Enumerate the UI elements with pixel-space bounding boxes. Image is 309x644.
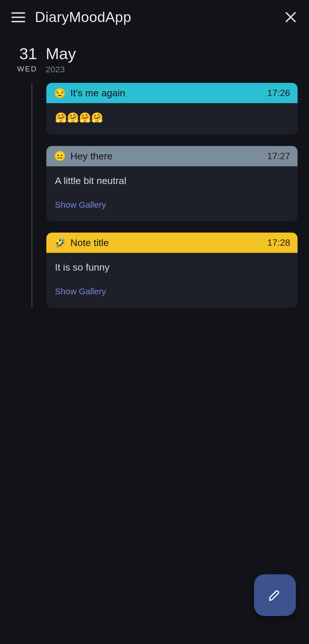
- entry-header: 🤣 Note title 17:28: [46, 233, 298, 253]
- entry-title: It's me again: [70, 87, 263, 99]
- date-month: May: [46, 46, 76, 62]
- pencil-icon: [268, 588, 282, 602]
- close-icon[interactable]: [284, 10, 298, 24]
- diary-entry[interactable]: 😐 Hey there 17:27 A little bit neutral S…: [46, 146, 298, 221]
- mood-emoji-icon: 😒: [54, 88, 66, 98]
- entry-title: Note title: [70, 237, 263, 248]
- entry-time: 17:27: [267, 151, 290, 161]
- entry-header: 😐 Hey there 17:27: [46, 146, 298, 166]
- diary-entry[interactable]: 😒 It's me again 17:26 🤗🤗🤗🤗: [46, 83, 298, 135]
- app-bar: DiaryMoodApp: [0, 0, 309, 34]
- show-gallery-button[interactable]: Show Gallery: [55, 198, 106, 212]
- entry-body: A little bit neutral: [46, 166, 298, 198]
- app-title: DiaryMoodApp: [35, 9, 284, 25]
- entry-time: 17:28: [267, 237, 290, 248]
- entry-body: 🤗🤗🤗🤗: [46, 103, 298, 135]
- date-year: 2023: [46, 65, 65, 74]
- date-left-column: 31 WED: [17, 46, 37, 73]
- diary-entry[interactable]: 🤣 Note title 17:28 It is so funny Show G…: [46, 233, 298, 308]
- menu-icon[interactable]: [11, 10, 25, 24]
- date-right-column: May 2023: [46, 46, 76, 74]
- timeline: 😒 It's me again 17:26 🤗🤗🤗🤗 😐 Hey there 1…: [31, 83, 309, 308]
- entry-header: 😒 It's me again 17:26: [46, 83, 298, 103]
- entry-actions: Show Gallery: [46, 198, 298, 221]
- date-day: 31: [19, 46, 37, 62]
- entry-actions: Show Gallery: [46, 284, 298, 308]
- entry-title: Hey there: [70, 151, 263, 162]
- date-weekday: WED: [17, 65, 37, 73]
- new-entry-fab[interactable]: [254, 574, 296, 616]
- entry-time: 17:26: [267, 88, 290, 98]
- entry-body: It is so funny: [46, 253, 298, 284]
- mood-emoji-icon: 😐: [54, 151, 66, 161]
- show-gallery-button[interactable]: Show Gallery: [55, 284, 106, 299]
- mood-emoji-icon: 🤣: [54, 238, 66, 247]
- date-header: 31 WED May 2023: [0, 34, 309, 83]
